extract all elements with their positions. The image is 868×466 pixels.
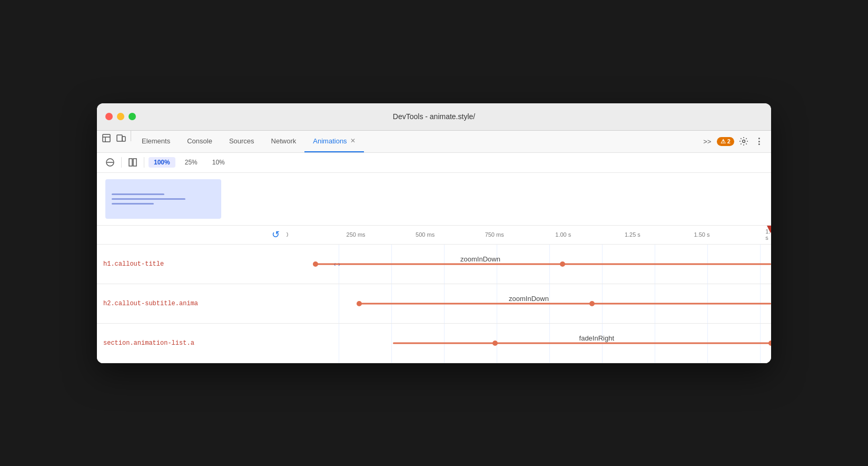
animation-rows: h1.callout-title ↔ <box>97 245 771 363</box>
device-toggle-icon[interactable] <box>114 131 129 145</box>
settings-button[interactable] <box>736 134 751 149</box>
animation-row-1: h1.callout-title ↔ <box>97 245 771 284</box>
inspector-icon[interactable] <box>99 131 114 145</box>
tick-500ms: 500 ms <box>416 231 435 238</box>
tick-750ms: 750 ms <box>485 231 504 238</box>
speed-100-button[interactable]: 100% <box>149 157 175 168</box>
row-3-dot-end <box>768 341 771 346</box>
row-2-bar[interactable] <box>359 303 771 304</box>
tab-close-animations[interactable]: ✕ <box>350 137 356 144</box>
maximize-button[interactable] <box>129 113 136 120</box>
row-3-track: fadeInRight <box>287 324 771 363</box>
ruler-marks: 0 250 ms 500 ms 750 ms 1.00 s 1.25 s 1.5… <box>287 226 771 244</box>
row-2-track: zoomInDown <box>287 284 771 323</box>
replay-button[interactable]: ↺ <box>269 228 282 241</box>
toolbar-divider <box>131 131 131 141</box>
svg-rect-7 <box>133 159 136 166</box>
scrubber-indicator[interactable] <box>767 226 771 233</box>
tick-1s: 1.00 s <box>555 231 571 238</box>
row-3-dot-start <box>492 341 498 346</box>
row-3-label[interactable]: section.animation-list.a <box>97 339 287 347</box>
row-2-anim-label: zoomInDown <box>509 295 549 303</box>
tab-elements[interactable]: Elements <box>133 131 179 152</box>
row-2-dot-mid <box>589 301 595 306</box>
animations-toolbar: 100% 25% 10% <box>97 153 771 173</box>
row-2-dot-start <box>357 301 362 306</box>
row-1-dot-start <box>313 261 318 267</box>
svg-rect-1 <box>117 135 122 141</box>
more-tabs-button[interactable]: >> <box>700 134 715 149</box>
tab-sources[interactable]: Sources <box>221 131 263 152</box>
tick-250ms: 250 ms <box>347 231 366 238</box>
titlebar: DevTools - animate.style/ <box>97 103 771 131</box>
ruler-left: ↺ <box>97 228 287 241</box>
more-options-button[interactable]: ⋮ <box>753 134 765 149</box>
preview-area <box>97 173 771 226</box>
tab-bar-right: >> ⚠ 2 ⋮ <box>700 131 769 152</box>
row-3-anim-label: fadeInRight <box>579 334 615 342</box>
tab-bar: Elements Console Sources Network Animati… <box>97 131 771 153</box>
row-1-track: ↔ zoomInDown <box>287 245 771 284</box>
row-1-bar[interactable] <box>315 263 771 265</box>
speed-25-button[interactable]: 25% <box>180 157 203 168</box>
warning-badge[interactable]: ⚠ 2 <box>717 137 734 146</box>
preview-line-2 <box>112 198 185 200</box>
row-1-anim-label: zoomInDown <box>460 255 500 263</box>
toolbar-divider-2 <box>144 157 144 168</box>
minimize-button[interactable] <box>117 113 124 120</box>
tab-console[interactable]: Console <box>179 131 221 152</box>
traffic-lights <box>105 113 136 120</box>
animation-row-2: h2.callout-subtitle.anima zoomInDown <box>97 284 771 324</box>
animation-row-3: section.animation-list.a fadeInRight <box>97 324 771 363</box>
close-button[interactable] <box>105 113 113 120</box>
timeline-container: ↺ 0 250 ms 500 ms 750 ms 1.00 s 1.25 s 1… <box>97 226 771 363</box>
preview-box <box>105 179 221 219</box>
tab-animations[interactable]: Animations ✕ <box>304 131 363 152</box>
svg-point-3 <box>743 140 745 143</box>
clear-animations-button[interactable] <box>103 156 117 169</box>
tab-network[interactable]: Network <box>263 131 305 152</box>
tick-0: 0 <box>287 231 288 238</box>
preview-line-3 <box>112 203 154 205</box>
row-1-dot-mid <box>560 261 565 267</box>
tick-150s: 1.50 s <box>694 231 709 238</box>
row-2-label[interactable]: h2.callout-subtitle.anima <box>97 300 287 307</box>
window-title: DevTools - animate.style/ <box>393 112 475 121</box>
svg-rect-0 <box>103 134 110 142</box>
row-1-label[interactable]: h1.callout-title <box>97 260 287 268</box>
devtools-window: DevTools - animate.style/ Elements <box>97 103 771 363</box>
devtools-body: Elements Console Sources Network Animati… <box>97 131 771 363</box>
svg-rect-6 <box>129 159 132 166</box>
svg-rect-2 <box>122 137 125 141</box>
toolbar-divider-1 <box>121 157 122 168</box>
layout-icon[interactable] <box>126 156 140 169</box>
speed-10-button[interactable]: 10% <box>207 157 230 168</box>
row-3-bar[interactable] <box>393 342 771 344</box>
timeline-ruler: ↺ 0 250 ms 500 ms 750 ms 1.00 s 1.25 s 1… <box>97 226 771 245</box>
tick-125s: 1.25 s <box>625 231 640 238</box>
preview-line-1 <box>112 193 164 195</box>
